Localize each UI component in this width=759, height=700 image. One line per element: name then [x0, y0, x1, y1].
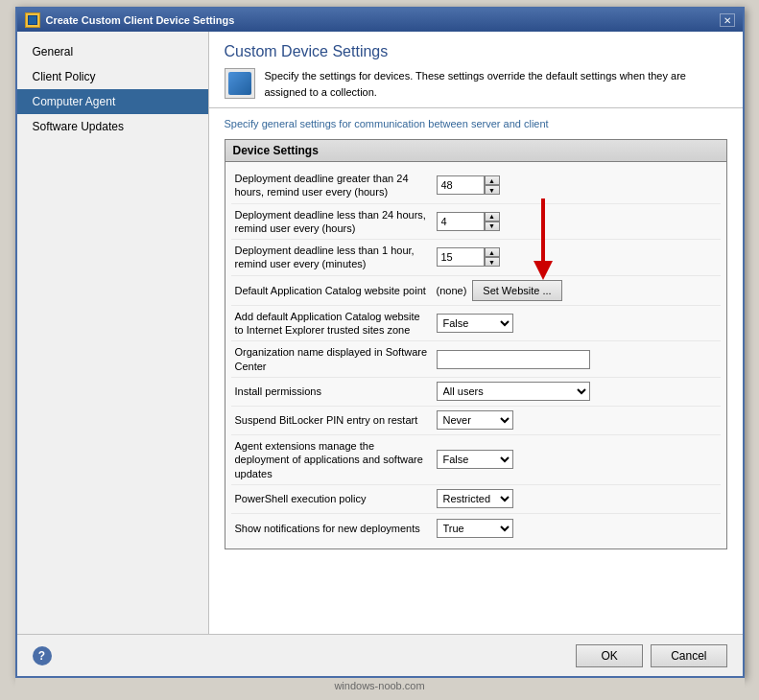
spinner-down-48[interactable]: ▼ [485, 185, 500, 195]
setting-control-notifications: True False [437, 519, 717, 538]
spinner-buttons-15: ▲ ▼ [485, 247, 500, 267]
setting-control-deployment-less1: ▲ ▼ [437, 247, 717, 267]
content-scroll: Specify general settings for communicati… [209, 108, 743, 634]
window-body: General Client Policy Computer Agent Sof… [17, 32, 743, 634]
setting-label-deployment-less1: Deployment deadline less than 1 hour, re… [235, 244, 437, 271]
spinner-buttons-4: ▲ ▼ [485, 212, 500, 231]
setting-label-app-catalog: Default Application Catalog website poin… [235, 284, 437, 297]
table-row: Deployment deadline less than 24 hours, … [231, 204, 721, 241]
footer-buttons: OK Cancel [576, 644, 726, 667]
spinner-up-4[interactable]: ▲ [485, 212, 500, 222]
header-description: Specify the settings for devices. These … [265, 68, 727, 100]
setting-control-org-name [437, 350, 717, 369]
window-icon [25, 12, 40, 28]
setting-label-powershell: PowerShell execution policy [235, 492, 437, 505]
spinner-container-48: ▲ ▼ [437, 175, 500, 195]
setting-label-org-name: Organization name displayed in Software … [235, 345, 437, 373]
setting-control-agent-extensions: False True [437, 450, 717, 469]
setting-control-powershell: Restricted All Signed Bypass [437, 489, 717, 508]
section-description: Specify general settings for communicati… [225, 118, 727, 129]
setting-label-deployment-less24: Deployment deadline less than 24 hours, … [235, 208, 437, 236]
table-row: PowerShell execution policy Restricted A… [231, 485, 721, 514]
spinner-input-4[interactable] [437, 212, 485, 231]
table-row: Add default Application Catalog website … [231, 306, 721, 342]
notifications-dropdown[interactable]: True False [437, 519, 513, 538]
table-row: Show notifications for new deployments T… [231, 514, 721, 543]
sidebar-item-general[interactable]: General [17, 39, 208, 64]
header-icon [225, 68, 255, 99]
setting-label-bitlocker: Suspend BitLocker PIN entry on restart [235, 413, 437, 427]
device-settings-header: Device Settings [225, 140, 726, 162]
table-row: Install permissions All users Only admin… [231, 378, 721, 407]
org-name-input[interactable] [437, 350, 590, 369]
spinner-down-15[interactable]: ▼ [485, 257, 500, 267]
table-row: Agent extensions manage the deployment o… [231, 435, 721, 485]
setting-control-add-app-catalog: False True [437, 314, 717, 333]
close-button[interactable]: ✕ [720, 13, 735, 27]
set-website-button[interactable]: Set Website ... [472, 280, 561, 301]
setting-label-install-permissions: Install permissions [235, 385, 437, 398]
spinner-up-48[interactable]: ▲ [485, 175, 500, 185]
table-row: Deployment deadline greater than 24 hour… [231, 168, 721, 204]
header-icon-inner [228, 72, 251, 95]
settings-table: Deployment deadline greater than 24 hour… [225, 162, 726, 548]
setting-control-app-catalog: (none) Set Website ... [437, 280, 717, 301]
setting-label-notifications: Show notifications for new deployments [235, 522, 437, 535]
main-content: Custom Device Settings Specify the setti… [209, 32, 743, 634]
cancel-button[interactable]: Cancel [651, 644, 726, 667]
spinner-container-15: ▲ ▼ [437, 247, 500, 267]
table-row: Default Application Catalog website poin… [231, 276, 721, 306]
spinner-down-4[interactable]: ▼ [485, 222, 500, 231]
window-title: Create Custom Client Device Settings [46, 14, 235, 26]
content-header-body: Specify the settings for devices. These … [225, 68, 727, 100]
ok-button[interactable]: OK [576, 644, 643, 667]
spinner-up-15[interactable]: ▲ [485, 247, 500, 257]
bitlocker-dropdown[interactable]: Never Always Required [437, 410, 513, 430]
table-row: Suspend BitLocker PIN entry on restart N… [231, 407, 721, 435]
setting-label-agent-extensions: Agent extensions manage the deployment o… [235, 439, 437, 480]
table-row: Organization name displayed in Software … [231, 341, 721, 378]
sidebar-item-computer-agent[interactable]: Computer Agent [17, 89, 208, 114]
spinner-input-48[interactable] [437, 175, 485, 195]
content-header: Custom Device Settings Specify the setti… [209, 32, 743, 108]
install-permissions-dropdown[interactable]: All users Only administrators Only admin… [437, 382, 590, 401]
table-row: Deployment deadline less than 1 hour, re… [231, 240, 721, 276]
app-catalog-none-value: (none) [437, 285, 467, 296]
setting-control-deployment-24: ▲ ▼ [437, 175, 717, 195]
setting-control-install-permissions: All users Only administrators Only admin… [437, 382, 717, 401]
device-settings-box: Device Settings Deployment deadline grea… [225, 139, 727, 549]
main-window: Create Custom Client Device Settings ✕ G… [15, 7, 745, 678]
spinner-input-15[interactable] [437, 247, 485, 267]
sidebar-item-software-updates[interactable]: Software Updates [17, 114, 208, 139]
title-bar-left: Create Custom Client Device Settings [25, 12, 235, 28]
sidebar-item-client-policy[interactable]: Client Policy [17, 64, 208, 89]
setting-label-deployment-24: Deployment deadline greater than 24 hour… [235, 172, 437, 199]
powershell-dropdown[interactable]: Restricted All Signed Bypass [437, 489, 513, 508]
sidebar: General Client Policy Computer Agent Sof… [17, 32, 209, 634]
content-title: Custom Device Settings [225, 43, 727, 60]
title-bar: Create Custom Client Device Settings ✕ [17, 9, 743, 32]
help-button[interactable]: ? [33, 646, 52, 665]
setting-label-add-app-catalog: Add default Application Catalog website … [235, 310, 437, 338]
setting-control-bitlocker: Never Always Required [437, 410, 717, 430]
footer: ? OK Cancel [17, 634, 743, 676]
add-app-catalog-dropdown[interactable]: False True [437, 314, 513, 333]
spinner-buttons-48: ▲ ▼ [485, 175, 500, 195]
agent-extensions-dropdown[interactable]: False True [437, 450, 513, 469]
spinner-container-4: ▲ ▼ [437, 212, 500, 231]
setting-control-deployment-less24: ▲ ▼ [437, 212, 717, 231]
watermark: windows-noob.com [15, 678, 745, 693]
